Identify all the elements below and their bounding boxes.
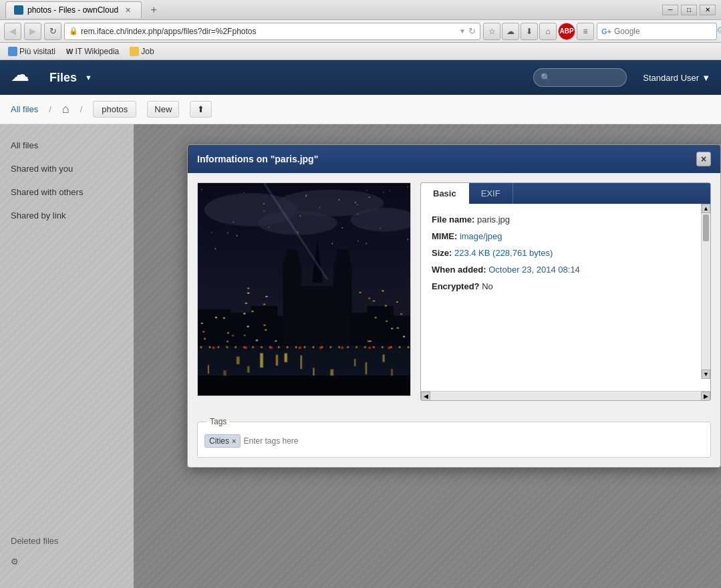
owncloud-toolbar-icon[interactable]: ☁ bbox=[502, 23, 519, 40]
back-button[interactable]: ◀ bbox=[4, 23, 21, 40]
main-content: Informations on "paris.jpg" × bbox=[134, 124, 721, 588]
settings-icon: ⚙ bbox=[11, 557, 19, 567]
sidebar-all-files-label: All files bbox=[11, 140, 38, 150]
file-name-row: File name: paris.jpg bbox=[432, 214, 700, 225]
modal-close-button[interactable]: × bbox=[696, 152, 711, 166]
tags-input-area: Cities × bbox=[204, 432, 704, 450]
bookmark-job-label: Job bbox=[141, 47, 154, 56]
bookmark-piu-visitati[interactable]: Più visitati bbox=[5, 45, 58, 57]
address-input[interactable] bbox=[81, 27, 456, 36]
search-input[interactable] bbox=[614, 27, 714, 36]
header-user[interactable]: Standard User ▼ bbox=[643, 73, 710, 83]
scroll-down-button[interactable]: ▼ bbox=[702, 370, 710, 379]
modal-image-preview bbox=[197, 182, 411, 396]
forward-button[interactable]: ▶ bbox=[24, 23, 41, 40]
mime-label: MIME: bbox=[432, 231, 457, 241]
logo-cloud-icon: ☁ bbox=[11, 64, 29, 85]
sidebar-item-shared-with-others[interactable]: Shared with others bbox=[0, 182, 134, 202]
sidebar-bottom: Deleted files ⚙ bbox=[0, 525, 134, 577]
tabs-header: Basic EXIF bbox=[421, 183, 710, 204]
bookmark-star-button[interactable]: ☆ bbox=[483, 23, 500, 40]
header-search-icon: 🔍 bbox=[541, 73, 551, 82]
address-bar-container: 🔒 ▼ ↻ bbox=[64, 23, 480, 40]
user-arrow-icon: ▼ bbox=[702, 73, 710, 83]
window-controls: ─ □ ✕ bbox=[662, 5, 716, 15]
new-tab-button[interactable]: + bbox=[146, 2, 162, 18]
tab-title: photos - Files - ownCloud bbox=[27, 5, 118, 15]
files-toolbar: All files / ⌂ / photos New ⬆ bbox=[0, 95, 721, 124]
bookmark-wikipedia[interactable]: W IT Wikipedia bbox=[63, 45, 122, 57]
refresh-in-bar-icon[interactable]: ↻ bbox=[468, 26, 476, 36]
adblock-button[interactable]: ABP bbox=[558, 23, 575, 40]
scroll-up-button[interactable]: ▲ bbox=[702, 204, 710, 213]
modal-dialog: Informations on "paris.jpg" × bbox=[187, 144, 721, 468]
tag-chip-cities: Cities × bbox=[204, 434, 241, 448]
photos-path-button[interactable]: photos bbox=[93, 101, 136, 118]
menu-button[interactable]: ≡ bbox=[577, 23, 594, 40]
app-title-arrow: ▼ bbox=[85, 74, 92, 82]
home-nav-icon[interactable]: ⌂ bbox=[62, 102, 69, 116]
tag-cities-label: Cities bbox=[209, 436, 229, 446]
modal-overlay: Informations on "paris.jpg" × bbox=[134, 124, 721, 588]
bookmarks-bar: Più visitati W IT Wikipedia Job bbox=[0, 43, 721, 60]
modal-title: Informations on "paris.jpg" bbox=[197, 154, 318, 164]
app-header: ☁ Files ▼ 🔍 Standard User ▼ bbox=[0, 60, 721, 95]
encrypted-row: Encrypted? No bbox=[432, 281, 700, 291]
sidebar-item-all-files[interactable]: All files bbox=[0, 135, 134, 156]
tab-exif-button[interactable]: EXIF bbox=[469, 183, 513, 204]
sidebar-shared-with-others-label: Shared with others bbox=[11, 187, 83, 197]
scroll-track bbox=[702, 243, 710, 370]
new-button[interactable]: New bbox=[147, 101, 179, 118]
tags-fieldset: Tags Cities × bbox=[197, 417, 711, 458]
nav-bar: ◀ ▶ ↻ 🔒 ▼ ↻ ☆ ☁ ⬇ ⌂ ABP ≡ G+ 🔍 bbox=[0, 20, 721, 43]
breadcrumb-separator: / bbox=[49, 104, 51, 114]
modal-header: Informations on "paris.jpg" × bbox=[188, 145, 720, 173]
bookmark-piu-visitati-label: Più visitati bbox=[19, 47, 55, 56]
breadcrumb-separator2: / bbox=[80, 104, 83, 114]
all-files-link[interactable]: All files bbox=[11, 104, 38, 114]
encrypted-value: No bbox=[482, 281, 493, 291]
home-button[interactable]: ⌂ bbox=[539, 23, 557, 40]
address-lock-icon: 🔒 bbox=[69, 27, 78, 35]
minimize-button[interactable]: ─ bbox=[662, 5, 678, 15]
header-search-input[interactable] bbox=[555, 73, 615, 82]
maximize-button[interactable]: □ bbox=[681, 5, 697, 15]
sidebar-item-shared-with-you[interactable]: Shared with you bbox=[0, 158, 134, 179]
search-button[interactable]: 🔍 bbox=[717, 27, 721, 36]
refresh-button[interactable]: ↻ bbox=[44, 23, 61, 40]
sidebar-deleted-files-label: Deleted files bbox=[11, 536, 59, 546]
header-search: 🔍 bbox=[533, 68, 627, 87]
sidebar-shared-with-you-label: Shared with you bbox=[11, 164, 73, 174]
sidebar-item-shared-by-link[interactable]: Shared by link bbox=[0, 205, 134, 226]
address-dropdown-icon[interactable]: ▼ bbox=[459, 27, 466, 35]
modal-body: Basic EXIF File name: paris.jpg bbox=[188, 173, 720, 410]
mime-row: MIME: image/jpeg bbox=[432, 231, 700, 241]
google-icon: G+ bbox=[601, 27, 611, 35]
scroll-thumb[interactable] bbox=[703, 214, 709, 241]
toolbar-icons: ☆ ☁ ⬇ ⌂ ABP ≡ bbox=[483, 23, 594, 40]
tabs-container: Basic EXIF File name: paris.jpg bbox=[420, 182, 711, 401]
download-button[interactable]: ⬇ bbox=[521, 23, 538, 40]
hscroll-track bbox=[430, 392, 701, 400]
close-window-button[interactable]: ✕ bbox=[700, 5, 716, 15]
upload-icon: ⬆ bbox=[197, 104, 204, 114]
app-body: All files Shared with you Shared with ot… bbox=[0, 124, 721, 588]
tab-close-button[interactable]: ✕ bbox=[122, 5, 133, 15]
sidebar-deleted-files[interactable]: Deleted files bbox=[11, 531, 123, 551]
when-added-value: October 23, 2014 08:14 bbox=[488, 265, 580, 275]
sidebar-settings[interactable]: ⚙ bbox=[11, 551, 123, 572]
hscroll-right-button[interactable]: ▶ bbox=[701, 392, 710, 401]
tab-basic-content: File name: paris.jpg MIME: image/jpeg bbox=[421, 204, 710, 391]
tab-basic-button[interactable]: Basic bbox=[421, 183, 469, 204]
hscroll-left-button[interactable]: ◀ bbox=[421, 392, 430, 401]
tag-cities-remove-button[interactable]: × bbox=[232, 437, 236, 445]
when-added-label: When added: bbox=[432, 265, 486, 275]
tags-legend: Tags bbox=[207, 417, 229, 426]
mime-value: image/jpeg bbox=[460, 231, 502, 241]
upload-button[interactable]: ⬆ bbox=[190, 101, 212, 118]
browser-tab[interactable]: photos - Files - ownCloud ✕ bbox=[5, 1, 142, 18]
bookmark-job[interactable]: Job bbox=[127, 45, 156, 57]
sidebar: All files Shared with you Shared with ot… bbox=[0, 124, 134, 588]
tags-text-input[interactable] bbox=[243, 436, 704, 446]
app-title[interactable]: Files bbox=[49, 71, 77, 85]
